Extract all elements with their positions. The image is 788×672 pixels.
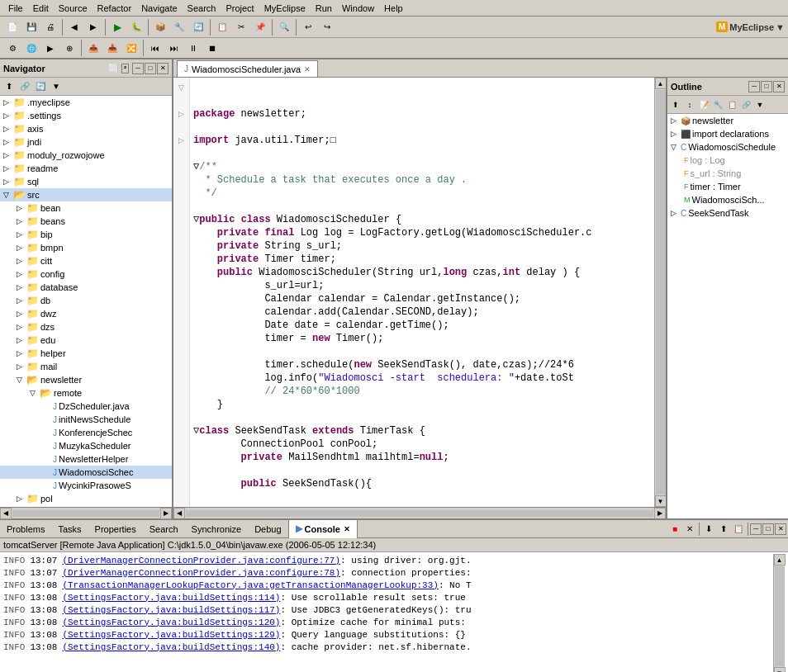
nav-scroll-left[interactable]: ◀: [0, 508, 12, 519]
tree-item-citt[interactable]: ▷ 📁 citt: [0, 254, 172, 267]
outline-close-btn[interactable]: ✕: [773, 81, 785, 92]
console-btn3[interactable]: 📋: [731, 522, 746, 537]
tree-item-helper[interactable]: ▷ 📁 helper: [0, 347, 172, 360]
tree-item-beans[interactable]: ▷ 📁 beans: [0, 215, 172, 228]
tab-search[interactable]: Search: [143, 520, 185, 538]
outline-btn6[interactable]: 🔗: [739, 98, 752, 111]
toolbar-btn7[interactable]: 📋: [213, 18, 231, 36]
outline-btn7[interactable]: ▼: [753, 98, 767, 111]
back-btn[interactable]: ◀: [65, 18, 83, 36]
tree-item-database[interactable]: ▷ 📁 database: [0, 281, 172, 294]
console-vscroll[interactable]: ▲ ▼: [773, 554, 785, 672]
toolbar-btn5[interactable]: 🔧: [170, 18, 188, 36]
outline-btn5[interactable]: 📋: [725, 98, 738, 111]
menu-refactor[interactable]: Refactor: [93, 2, 137, 15]
tree-item-moduly[interactable]: ▷ 📁 moduly_rozwojowe: [0, 149, 172, 162]
console-tab-close[interactable]: ✕: [344, 525, 350, 533]
outline-item-seeksend[interactable]: ▷ C SeekSendTask: [667, 206, 788, 220]
menu-window[interactable]: Window: [337, 2, 379, 15]
tree-item-remote[interactable]: ▽ 📂 remote: [0, 386, 172, 400]
console-content[interactable]: INFO 13:07 (DriverManagerConnectionProvi…: [0, 552, 788, 672]
tree-item-config[interactable]: ▷ 📁 config: [0, 267, 172, 281]
nav-hscroll[interactable]: ◀ ▶: [0, 507, 172, 518]
tree-item-bip[interactable]: ▷ 📁 bip: [0, 228, 172, 241]
menu-edit[interactable]: Edit: [28, 2, 54, 15]
toolbar2-btn2[interactable]: 🌐: [22, 39, 40, 57]
tab-synchronize[interactable]: Synchronize: [185, 520, 249, 538]
tab-debug[interactable]: Debug: [248, 520, 287, 538]
nav-link-btn[interactable]: 🔗: [17, 79, 32, 94]
forward-btn[interactable]: ▶: [84, 18, 102, 36]
toolbar-btn6[interactable]: 🔄: [189, 18, 207, 36]
nav-refresh-btn[interactable]: 🔄: [33, 79, 48, 94]
nav-close-btn[interactable]: ✕: [157, 63, 169, 74]
nav-collapse-btn[interactable]: ⬆: [2, 79, 17, 94]
toolbar2-btn5[interactable]: 📤: [84, 39, 102, 57]
outline-btn1[interactable]: ⬆: [669, 98, 682, 111]
toolbar-btn9[interactable]: 📌: [251, 18, 269, 36]
nav-minimize-btn[interactable]: ─: [132, 63, 144, 74]
tree-item-myeclipse[interactable]: ▷ 📁 .myeclipse: [0, 96, 172, 109]
menu-navigate[interactable]: Navigate: [136, 2, 182, 15]
nav-filter-btn[interactable]: ▼: [49, 79, 64, 94]
toolbar2-btn8[interactable]: ⏮: [146, 39, 164, 57]
menu-help[interactable]: Help: [379, 2, 408, 15]
outline-item-class[interactable]: ▽ C WiadomosciSchedule: [667, 140, 788, 154]
tree-item-dzscheduler[interactable]: J DzScheduler.java: [0, 400, 172, 413]
editor-hscroll[interactable]: ◀ ▶: [173, 507, 666, 518]
outline-item-newsletter[interactable]: ▷ 📦 newsletter: [667, 114, 788, 127]
outline-maximize-btn[interactable]: □: [761, 81, 772, 92]
outline-item-timer[interactable]: F timer : Timer: [667, 180, 788, 193]
tab-console[interactable]: ▶Console ✕: [288, 520, 358, 538]
hscroll-left-btn[interactable]: ◀: [173, 508, 185, 519]
menu-file[interactable]: File: [3, 2, 28, 15]
tab-tasks[interactable]: Tasks: [51, 520, 88, 538]
outline-item-imports[interactable]: ▷ ⬛ import declarations: [667, 127, 788, 140]
outline-btn4[interactable]: 🔧: [711, 98, 724, 111]
scroll-up-btn[interactable]: ▲: [655, 78, 667, 89]
code-view[interactable]: package newsletter; import java.util.Tim…: [190, 78, 654, 507]
toolbar2-btn6[interactable]: 📥: [103, 39, 121, 57]
toolbar2-btn4[interactable]: ⊕: [60, 39, 78, 57]
menu-myeclipse[interactable]: MyEclipse: [259, 2, 311, 15]
print-btn[interactable]: 🖨: [41, 18, 59, 36]
console-minimize-btn[interactable]: ─: [750, 523, 762, 535]
console-scroll-down[interactable]: ▼: [774, 667, 786, 672]
tree-item-konferencje[interactable]: J KonferencjeSchec: [0, 426, 172, 439]
tree-item-muzyka[interactable]: J MuzykaScheduler: [0, 439, 172, 452]
new-btn[interactable]: 📄: [3, 18, 21, 36]
toolbar2-btn11[interactable]: ⏹: [203, 39, 221, 57]
menu-run[interactable]: Run: [311, 2, 337, 15]
tree-item-initnews[interactable]: J initNewsSchedule: [0, 413, 172, 426]
console-remove-btn[interactable]: ✕: [682, 522, 697, 537]
console-scroll-up[interactable]: ▲: [774, 554, 786, 566]
console-btn1[interactable]: ⬇: [701, 522, 716, 537]
console-link[interactable]: (SettingsFactory.java:buildSettings:129): [62, 630, 280, 640]
console-link[interactable]: (TransactionManagerLookupFactory.java:ge…: [62, 580, 438, 590]
undo-btn[interactable]: ↩: [299, 18, 317, 36]
tree-item-bean[interactable]: ▷ 📁 bean: [0, 201, 172, 215]
toolbar2-btn3[interactable]: ▶: [41, 39, 59, 57]
tree-item-dzs[interactable]: ▷ 📁 dzs: [0, 320, 172, 334]
debug-btn[interactable]: 🐛: [127, 18, 145, 36]
tree-item-newsletter[interactable]: ▽ 📂 newsletter: [0, 373, 172, 386]
tree-item-newsletter-helper[interactable]: J NewsletterHelper: [0, 452, 172, 466]
tree-item-src[interactable]: ▽ 📂 src: [0, 188, 172, 201]
tree-item-bmpn[interactable]: ▷ 📁 bmpn: [0, 241, 172, 254]
run-btn[interactable]: ▶: [108, 18, 126, 36]
tree-item-settings[interactable]: ▷ 📁 .settings: [0, 109, 172, 122]
nav-maximize-btn[interactable]: □: [145, 63, 156, 74]
tree-item-wiadomosci[interactable]: J WiadomosciSchec: [0, 466, 172, 479]
tree-item-jndi[interactable]: ▷ 📁 jndi: [0, 135, 172, 149]
nav-scroll-right[interactable]: ▶: [160, 508, 172, 519]
tab-close-icon[interactable]: ✕: [304, 65, 311, 73]
tab-properties[interactable]: Properties: [88, 520, 143, 538]
console-link[interactable]: (SettingsFactory.java:buildSettings:120): [62, 618, 280, 627]
toolbar-btn4[interactable]: 📦: [151, 18, 169, 36]
menu-project[interactable]: Project: [221, 2, 259, 15]
console-close-btn[interactable]: ✕: [775, 523, 786, 535]
toolbar-btn10[interactable]: 🔍: [275, 18, 293, 36]
toolbar2-btn9[interactable]: ⏭: [165, 39, 183, 57]
tab-problems[interactable]: Problems: [0, 520, 51, 538]
redo-btn[interactable]: ↪: [318, 18, 336, 36]
